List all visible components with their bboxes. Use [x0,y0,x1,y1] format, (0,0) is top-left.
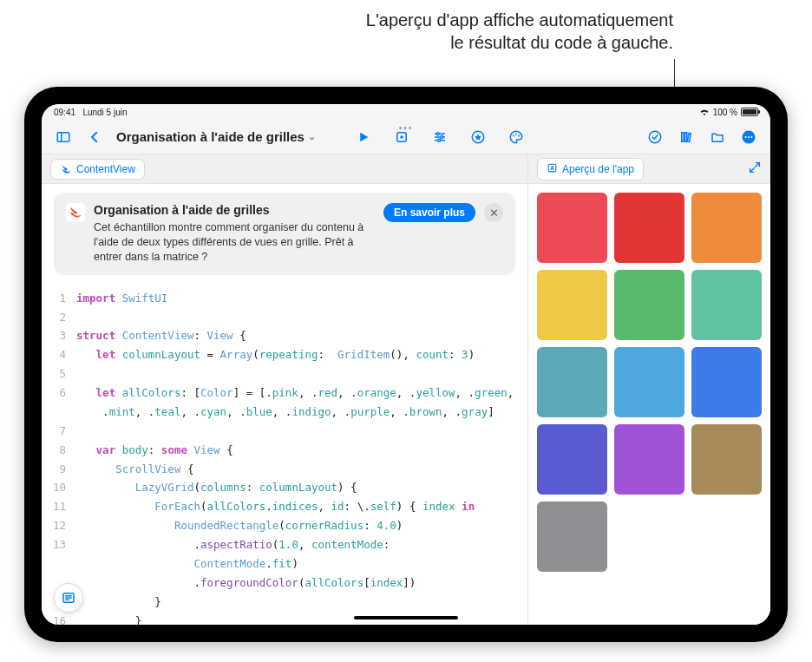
line-number: 3 [42,326,76,345]
code-line: 6 let allColors: [Color] = [.pink, .red,… [42,383,527,403]
status-bar: 09:41 Lundi 5 juin 100 % [42,104,770,120]
chevron-down-icon: ⌄ [308,131,316,142]
folder-icon[interactable] [704,124,730,150]
learn-more-button[interactable]: En savoir plus [383,203,475,222]
svg-point-9 [441,135,443,138]
battery-icon [741,108,758,116]
code-text: var body: some View { [76,441,527,460]
code-line: 9 ScrollView { [42,460,527,479]
color-swatch [614,193,684,263]
checkmark-circle-icon[interactable] [642,124,668,150]
line-number: 13 [42,535,76,554]
toolbar-center [350,124,529,150]
snippets-button[interactable] [54,583,83,613]
code-line: 10 LazyVGrid(columns: columnLayout) { [42,478,527,497]
svg-rect-18 [685,132,687,141]
code-text: } [76,593,527,612]
line-number: 4 [42,345,76,364]
svg-point-21 [745,135,747,137]
color-swatch [537,501,607,572]
code-text: RoundedRectangle(cornerRadius: 4.0) [76,516,527,535]
code-line: ContentMode.fit) [42,554,527,574]
run-button[interactable] [350,124,377,150]
line-number: 1 [42,289,76,308]
document-title[interactable]: Organisation à l'aide de grilles ⌄ [113,129,319,144]
svg-rect-4 [400,135,403,138]
library-icon[interactable] [673,124,699,150]
editor-file-tab-label: ContentView [76,163,135,175]
line-number [42,403,76,422]
code-line: 4 let columnLayout = Array(repeating: Gr… [42,345,527,364]
svg-point-8 [436,132,439,134]
sidebar-toggle-icon[interactable] [50,124,76,150]
editor-file-tab[interactable]: ContentView [50,159,145,180]
preview-header: A Aperçu de l'app [528,154,770,184]
status-date: Lundi 5 juin [82,108,127,117]
ipad-device-frame: 09:41 Lundi 5 juin 100 % ••• Organisat [24,87,788,642]
info-card-app-icon [66,203,85,222]
code-text: let allColors: [Color] = [.pink, .red, .… [76,383,527,403]
status-left: 09:41 Lundi 5 juin [54,108,128,117]
expand-preview-button[interactable] [748,161,762,178]
color-swatch [691,193,762,263]
line-number: 5 [42,364,76,383]
color-swatch [537,424,607,495]
color-swatch [614,424,684,495]
annotation-line-2: le résultat du code à gauche. [366,31,673,54]
annotation-caption: L'aperçu d'app affiche automatiquement l… [366,9,673,54]
code-line: } [42,593,527,612]
close-info-button[interactable]: ✕ [484,203,503,222]
content-area: ContentView Organisation à l'aide de gri… [42,154,770,625]
info-card-text: Cet échantillon montre comment organiser… [94,220,375,265]
code-line: 3struct ContentView: View { [42,326,527,345]
code-text: } [76,612,527,626]
preview-tab[interactable]: A Aperçu de l'app [537,158,644,180]
color-swatch [537,270,607,340]
star-icon[interactable] [465,124,491,150]
line-number: 10 [42,478,76,497]
settings-sliders-icon[interactable] [427,124,453,150]
svg-point-16 [649,131,661,143]
back-button[interactable] [82,124,108,150]
code-line: 5 [42,364,527,383]
svg-marker-12 [475,134,481,141]
code-line: 12 RoundedRectangle(cornerRadius: 4.0) [42,516,527,535]
more-icon[interactable] [736,124,762,150]
multitask-dots-icon[interactable]: ••• [399,123,414,133]
palette-icon[interactable] [503,124,529,150]
code-text [76,308,527,327]
color-grid [537,193,762,572]
color-swatch [691,424,762,495]
color-swatch [537,347,607,417]
status-time: 09:41 [54,108,75,117]
color-swatch [691,347,762,417]
code-line: 1import SwiftUI [42,289,527,308]
code-line: 7 [42,422,527,441]
svg-line-31 [756,162,760,167]
svg-line-32 [750,167,755,172]
code-line: 13 .aspectRatio(1.0, contentMode: [42,535,527,554]
preview-pane: A Aperçu de l'app [527,154,770,625]
color-swatch [614,270,684,340]
svg-marker-2 [360,132,368,141]
code-editor[interactable]: 1import SwiftUI23struct ContentView: Vie… [42,284,527,625]
annotation-line-1: L'aperçu d'app affiche automatiquement [366,9,673,31]
color-swatch [614,347,684,417]
code-text: ForEach(allColors.indices, id: \.self) {… [76,497,527,516]
code-text: .mint, .teal, .cyan, .blue, .indigo, .pu… [76,403,527,422]
line-number: 12 [42,516,76,535]
svg-text:A: A [550,164,554,170]
code-text: ScrollView { [76,460,527,479]
editor-tab-row: ContentView [42,154,527,184]
app-preview-icon: A [547,162,558,176]
code-text: LazyVGrid(columns: columnLayout) { [76,478,527,497]
code-line: 8 var body: some View { [42,441,527,460]
info-card-title: Organisation à l'aide de grilles [94,203,375,217]
home-indicator[interactable] [354,616,458,619]
svg-point-14 [515,133,517,134]
code-text: .foregroundColor(allColors[index]) [76,574,527,593]
line-number [42,554,76,574]
line-number: 2 [42,308,76,327]
code-line: 11 ForEach(allColors.indices, id: \.self… [42,497,527,516]
line-number: 11 [42,497,76,516]
